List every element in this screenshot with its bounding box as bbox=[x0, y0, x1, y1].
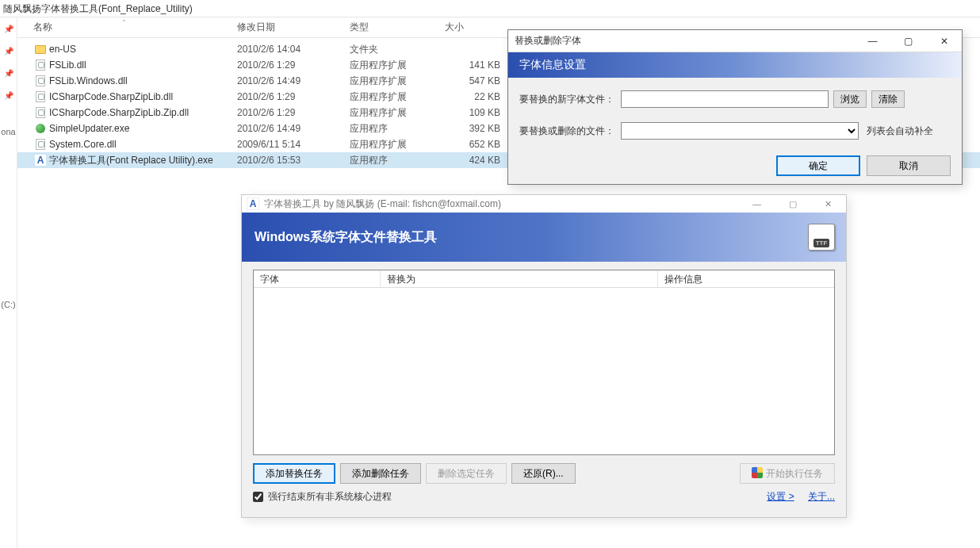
ok-button[interactable]: 确定 bbox=[776, 155, 860, 176]
add-delete-task-button[interactable]: 添加删除任务 bbox=[340, 463, 421, 484]
force-kill-checkbox[interactable] bbox=[253, 492, 263, 502]
pin-icon[interactable]: 📌 bbox=[0, 84, 17, 106]
main-banner: Windows系统字体文件替换工具 TTF bbox=[242, 213, 846, 262]
file-size: 547 KB bbox=[445, 73, 508, 89]
font-icon: A bbox=[33, 152, 48, 168]
settings-link[interactable]: 设置 > bbox=[767, 491, 794, 502]
file-name: ICSharpCode.SharpZipLib.Zip.dll bbox=[49, 105, 237, 121]
file-date: 2010/2/6 14:49 bbox=[237, 73, 350, 89]
start-tasks-button: 开始执行任务 bbox=[740, 463, 835, 484]
pin-icon[interactable]: 📌 bbox=[0, 40, 17, 62]
file-type: 应用程序扩展 bbox=[350, 136, 445, 152]
file-size: 109 KB bbox=[445, 105, 508, 121]
file-type: 应用程序扩展 bbox=[350, 73, 445, 89]
window-title: 替换或删除字体 bbox=[508, 34, 855, 48]
file-date: 2010/2/6 15:53 bbox=[237, 152, 350, 168]
close-button[interactable]: ✕ bbox=[810, 195, 846, 213]
file-date: 2010/2/6 1:29 bbox=[237, 89, 350, 105]
file-size bbox=[445, 41, 508, 57]
dll-icon bbox=[33, 73, 48, 89]
new-font-file-input[interactable] bbox=[621, 90, 829, 108]
file-date: 2009/6/11 5:14 bbox=[237, 136, 350, 152]
ttf-icon: TTF bbox=[808, 224, 835, 251]
file-name: System.Core.dll bbox=[49, 136, 237, 152]
file-name: FSLib.Windows.dll bbox=[49, 73, 237, 89]
clear-button[interactable]: 清除 bbox=[871, 90, 905, 108]
explorer-left-rail: 📌 📌 📌 📌 ona (C:) bbox=[0, 17, 17, 548]
file-name: 字体替换工具(Font Replace Utility).exe bbox=[49, 152, 237, 168]
file-type: 应用程序扩展 bbox=[350, 89, 445, 105]
col-replace-with[interactable]: 替换为 bbox=[381, 270, 658, 287]
replace-delete-font-dialog: 替换或删除字体 — ▢ ✕ 字体信息设置 要替换的新字体文件： 浏览 清除 要替… bbox=[507, 29, 963, 185]
col-name[interactable]: 名称 ˄ bbox=[33, 21, 237, 34]
file-type: 应用程序扩展 bbox=[350, 57, 445, 73]
about-link[interactable]: 关于... bbox=[808, 491, 835, 502]
dll-icon bbox=[33, 136, 48, 152]
file-name: SimpleUpdater.exe bbox=[49, 121, 237, 136]
file-name: FSLib.dll bbox=[49, 57, 237, 73]
address-bar[interactable]: 随风飘扬字体替换工具(Font_Replace_Utility) bbox=[0, 0, 980, 17]
uac-shield-icon bbox=[752, 467, 763, 478]
file-date: 2010/2/6 1:29 bbox=[237, 57, 350, 73]
app-icon: A bbox=[247, 197, 259, 210]
browse-button[interactable]: 浏览 bbox=[833, 90, 867, 108]
file-date: 2010/2/6 14:04 bbox=[237, 41, 350, 57]
autocomplete-hint: 列表会自动补全 bbox=[867, 125, 933, 138]
sort-asc-icon: ˄ bbox=[122, 19, 126, 27]
minimize-button[interactable]: — bbox=[855, 30, 890, 52]
target-font-combo[interactable] bbox=[621, 122, 859, 140]
col-type[interactable]: 类型 bbox=[350, 21, 445, 34]
folder-icon bbox=[33, 41, 48, 57]
dll-icon bbox=[33, 89, 48, 105]
add-replace-task-button[interactable]: 添加替换任务 bbox=[253, 463, 335, 484]
file-type: 文件夹 bbox=[350, 41, 445, 57]
file-size: 22 KB bbox=[445, 89, 508, 105]
titlebar[interactable]: 替换或删除字体 — ▢ ✕ bbox=[508, 30, 962, 52]
listview-header[interactable]: 字体 替换为 操作信息 bbox=[254, 270, 834, 288]
task-listview[interactable]: 字体 替换为 操作信息 bbox=[253, 270, 835, 455]
col-date[interactable]: 修改日期 bbox=[237, 21, 350, 34]
restore-button[interactable]: 还原(R)... bbox=[511, 463, 576, 484]
file-size: 392 KB bbox=[445, 121, 508, 136]
file-type: 应用程序 bbox=[350, 152, 445, 168]
rail-label: ona bbox=[0, 122, 17, 136]
window-title: 字体替换工具 by 随风飘扬 (E-mail: fishcn@foxmail.c… bbox=[264, 197, 739, 211]
file-size: 424 KB bbox=[445, 152, 508, 168]
dialog-banner: 字体信息设置 bbox=[508, 52, 962, 78]
file-type: 应用程序 bbox=[350, 121, 445, 136]
col-font[interactable]: 字体 bbox=[254, 270, 381, 287]
file-size: 141 KB bbox=[445, 57, 508, 73]
close-button[interactable]: ✕ bbox=[926, 30, 962, 52]
exe-icon bbox=[33, 121, 48, 136]
titlebar[interactable]: A 字体替换工具 by 随风飘扬 (E-mail: fishcn@foxmail… bbox=[242, 195, 846, 213]
target-font-file-label: 要替换或删除的文件： bbox=[519, 125, 621, 138]
pin-icon[interactable]: 📌 bbox=[0, 17, 17, 40]
dll-icon bbox=[33, 57, 48, 73]
dll-icon bbox=[33, 105, 48, 121]
toolbar: 添加替换任务 添加删除任务 删除选定任务 还原(R)... 开始执行任务 bbox=[253, 463, 835, 484]
force-kill-label[interactable]: 强行结束所有非系统核心进程 bbox=[268, 490, 392, 504]
cancel-button[interactable]: 取消 bbox=[867, 155, 951, 176]
font-replace-main-window: A 字体替换工具 by 随风飘扬 (E-mail: fishcn@foxmail… bbox=[241, 194, 847, 518]
delete-selected-task-button: 删除选定任务 bbox=[426, 463, 507, 484]
maximize-button[interactable]: ▢ bbox=[890, 30, 926, 52]
file-type: 应用程序扩展 bbox=[350, 105, 445, 121]
new-font-file-label: 要替换的新字体文件： bbox=[519, 93, 621, 106]
file-name: ICSharpCode.SharpZipLib.dll bbox=[49, 89, 237, 105]
file-size: 652 KB bbox=[445, 136, 508, 152]
banner-title: Windows系统字体文件替换工具 bbox=[255, 229, 437, 246]
file-date: 2010/2/6 1:29 bbox=[237, 105, 350, 121]
pin-icon[interactable]: 📌 bbox=[0, 62, 17, 84]
bottom-bar: 强行结束所有非系统核心进程 设置 > 关于... bbox=[253, 490, 835, 504]
minimize-button[interactable]: — bbox=[739, 195, 775, 213]
file-name: en-US bbox=[49, 41, 237, 57]
col-info[interactable]: 操作信息 bbox=[658, 270, 834, 287]
col-size[interactable]: 大小 bbox=[445, 21, 508, 34]
maximize-button[interactable]: ▢ bbox=[775, 195, 810, 213]
file-date: 2010/2/6 14:49 bbox=[237, 121, 350, 136]
rail-drive-label: (C:) bbox=[0, 295, 17, 309]
